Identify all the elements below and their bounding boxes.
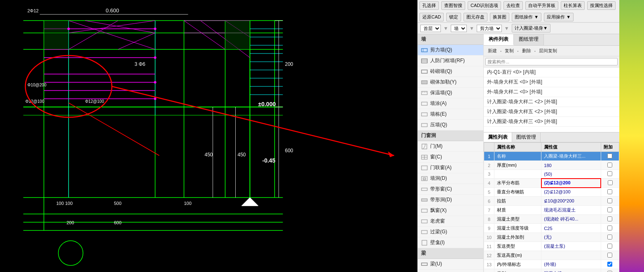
prop-row-value-7[interactable]: (现浇砼 碎石40... [541, 215, 601, 224]
nav-item-wall-e[interactable]: 墙栋(E) [418, 109, 483, 120]
prop-row-extra-9[interactable] [601, 233, 619, 242]
nav-item-paint-wall[interactable]: 墙涂(A) [418, 98, 483, 109]
props-tab-drawing[interactable]: 图纸管理 [512, 133, 541, 142]
floor-select[interactable]: 首层 [420, 25, 441, 32]
toolbar-strip: 孔选择 查图智搜 CAD识别选项 去柱查 自动平升算板 柱长算表 按属性选择 还… [418, 0, 619, 23]
prop-row-extra-2[interactable] [601, 170, 619, 179]
nav-item-band-hole[interactable]: 带形洞(D) [418, 195, 483, 205]
svg-rect-85 [422, 59, 427, 63]
btn-copy[interactable]: 复制 [503, 47, 515, 55]
tab-component-list[interactable]: 构件列表 [484, 34, 514, 45]
nav-item-door-window[interactable]: 门联窗(A) [418, 163, 483, 173]
nav-item-door[interactable]: 门(M) [418, 141, 483, 152]
comp-item-1[interactable]: 外-墙身大样五 <0> [外墙] [484, 77, 619, 87]
prop-row-value-3[interactable]: (2)⊈12@200 [541, 179, 601, 188]
nav-item-band-window[interactable]: 带形窗(C) [418, 184, 483, 195]
col-num [484, 143, 494, 152]
svg-rect-108 [422, 263, 427, 265]
element-type-select[interactable]: 墙 [451, 25, 467, 32]
properties-panel: 属性列表 图纸管理 属性名称 属性值 附加 [484, 132, 619, 272]
prop-row-value-10[interactable]: (混凝土泵) [541, 242, 601, 251]
btn-drawing-ops[interactable]: 图纸操作 ▼ [512, 13, 541, 21]
nav-item-parapet[interactable]: 飘窗(X) [418, 205, 483, 216]
btn-convert[interactable]: 换算图 [490, 13, 509, 21]
comp-item-0[interactable]: 内-Q1-直行 <0> [内墙] [484, 67, 619, 77]
col-name: 属性名称 [494, 143, 541, 152]
svg-rect-107 [422, 240, 427, 245]
btn-attr-select[interactable]: 按属性选择 [587, 1, 616, 10]
nav-item-beam-g[interactable]: 连梁(G) [418, 270, 483, 272]
prop-row-extra-1[interactable] [601, 161, 619, 170]
prop-row-extra-4[interactable] [601, 188, 619, 197]
btn-cad-recognize[interactable]: CAD识别选项 [468, 1, 501, 10]
svg-rect-95 [422, 144, 427, 149]
nav-item-sill[interactable]: 壁龛(I) [418, 237, 483, 248]
cad-canvas[interactable]: 0.600 2Φ12 200 600 450 450 ±0.000 -0.45 … [0, 0, 417, 272]
prop-row-value-2[interactable]: (50) [541, 170, 601, 179]
prop-row-extra-3[interactable] [601, 179, 619, 188]
prop-row-value-9[interactable]: (无) [541, 233, 601, 242]
btn-column-table[interactable]: 柱长算表 [561, 1, 585, 10]
prop-row-extra-11[interactable] [601, 251, 619, 260]
svg-rect-93 [422, 113, 427, 116]
prop-row-value-8[interactable]: C25 [541, 224, 601, 233]
prop-row-num-1: 2 [484, 161, 494, 170]
action-btn[interactable]: 计入圈梁-墙身▼ [512, 24, 551, 33]
svg-text:100 100: 100 100 [56, 201, 73, 206]
comp-item-5[interactable]: 计入圈梁-墙身大样三 <0> [外墙] [484, 117, 619, 127]
nav-item-aicd-wall[interactable]: 人防门框墙(RF) [418, 56, 483, 66]
nav-item-plaster-wall[interactable]: 压墙(Q) [418, 120, 483, 130]
prop-row-name-13: 类别 [494, 269, 541, 272]
prop-row-value-11[interactable] [541, 251, 601, 260]
prop-row-extra-5[interactable] [601, 197, 619, 206]
prop-row-extra-8[interactable] [601, 224, 619, 233]
nav-item-shear-wall[interactable]: 剪力墙(Q) [418, 45, 483, 56]
sub-type-select[interactable]: 剪力墙 [477, 25, 502, 32]
svg-rect-105 [422, 220, 427, 223]
nav-item-solid-wall[interactable]: 砌体加勒(Y) [418, 77, 483, 88]
prop-row-extra-13[interactable] [601, 269, 619, 272]
prop-row-extra-10[interactable] [601, 242, 619, 251]
prop-row-value-13[interactable]: 混凝土墙 [541, 269, 601, 272]
btn-find-drawing[interactable]: 查图智搜 [441, 1, 465, 10]
svg-text:Φ12@100: Φ12@100 [26, 99, 44, 104]
btn-hole-select[interactable]: 孔选择 [419, 1, 439, 10]
props-tab-bar: 属性列表 图纸管理 [484, 133, 619, 142]
btn-delete[interactable]: 删除 [520, 47, 533, 55]
prop-row-value-1[interactable]: 180 [541, 161, 601, 170]
prop-row-value-4[interactable]: (2)⊈12@100 [541, 188, 601, 197]
btn-restore-cad[interactable]: 还原CAD [419, 13, 444, 21]
prop-row-extra-6[interactable] [601, 206, 619, 215]
nav-item-window[interactable]: 窗(C) [418, 152, 483, 163]
comp-item-2[interactable]: 外-墙身大样二 <0> [外墙] [484, 87, 619, 97]
search-input[interactable] [485, 58, 618, 65]
search-bar [484, 56, 619, 67]
nav-item-insulation-wall[interactable]: 保温墙(Q) [418, 88, 483, 98]
nav-item-old-window[interactable]: 老虎窗 [418, 216, 483, 227]
svg-text:-0.45: -0.45 [262, 157, 276, 164]
prop-row-num-12: 13 [484, 260, 494, 269]
nav-item-brick-wall[interactable]: 砖砌墙(Q) [418, 66, 483, 77]
prop-row-name-4: 垂直分布钢筋 [494, 188, 541, 197]
nav-item-wall-hole[interactable]: 墙洞(D) [418, 173, 483, 184]
btn-lock[interactable]: 锁定 [446, 13, 461, 21]
prop-row-extra-7[interactable] [601, 215, 619, 224]
prop-row-value-6[interactable]: 现浇毛石混凝土 [541, 206, 601, 215]
tab-drawing-manage[interactable]: 图纸管理 [514, 34, 544, 45]
prop-row-extra-12[interactable] [601, 260, 619, 269]
nav-item-passage[interactable]: 过梁(G) [418, 227, 483, 237]
btn-apply-ops[interactable]: 应用操作 ▼ [544, 13, 574, 21]
comp-item-4[interactable]: 计入圈梁-墙身大样五 <2> [外墙] [484, 107, 619, 117]
btn-new[interactable]: 新建 [486, 47, 499, 55]
prop-row-value-12[interactable]: (外墙) [541, 260, 601, 269]
prop-row-extra-0[interactable] [601, 152, 619, 161]
btn-save-element[interactable]: 图元存盘 [464, 13, 487, 21]
prop-row-value-0[interactable]: 入圈梁-墙身大样三... [541, 152, 601, 161]
comp-item-3[interactable]: 计入圈梁-墙身大样二 <2> [外墙] [484, 97, 619, 107]
prop-row-value-5[interactable]: ⊈10@200*200 [541, 197, 601, 206]
btn-layer-copy[interactable]: 层间复制 [537, 47, 559, 55]
nav-item-beam[interactable]: 梁(U) [418, 259, 483, 270]
props-tab-list[interactable]: 属性列表 [484, 133, 512, 142]
btn-auto-slab[interactable]: 自动平升算板 [525, 1, 558, 10]
btn-remove-column[interactable]: 去柱查 [503, 1, 523, 10]
